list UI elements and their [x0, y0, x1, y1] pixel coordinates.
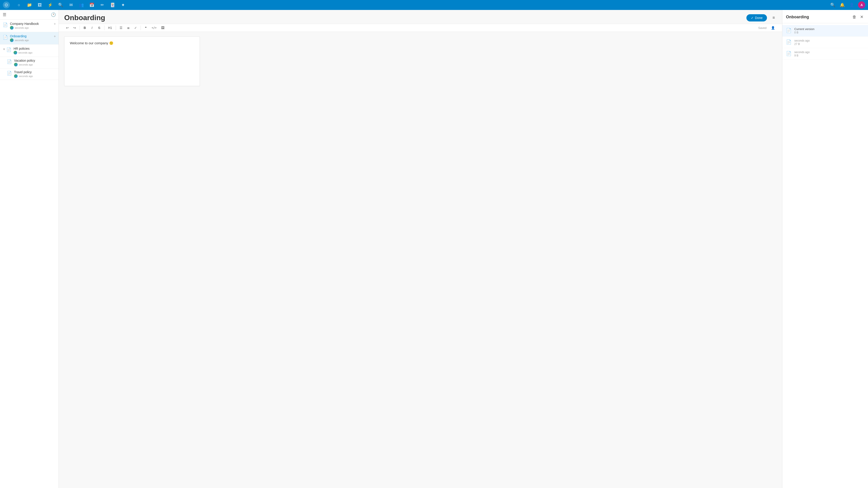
version-item-current[interactable]: 📄 Current version 0 B	[782, 25, 868, 37]
sidebar-header: ☰ 🕐	[0, 10, 59, 20]
nav-icon-photos[interactable]: 🖼	[37, 3, 43, 7]
nav-icon-notes[interactable]: ✏	[99, 2, 105, 7]
done-label: Done	[755, 16, 763, 20]
version-document-icon: 📄	[786, 39, 792, 45]
toolbar-separator	[116, 26, 116, 30]
version-document-icon: 📄	[786, 51, 792, 56]
code-button[interactable]: </>	[150, 25, 158, 31]
version-size: 27 B	[794, 42, 864, 46]
sidebar-item-avatar	[14, 74, 18, 78]
topbar-right: 🔍 🔔 👤 A	[830, 1, 865, 8]
editor-paper[interactable]: Welcome to our company 🙂	[64, 36, 200, 86]
expand-icon[interactable]: ▼	[3, 48, 5, 51]
nav-icon-collectives[interactable]: ✦	[120, 2, 126, 8]
strikethrough-button[interactable]: S	[96, 25, 102, 31]
sidebar-item-meta: seconds ago	[13, 51, 56, 55]
bold-button[interactable]: B	[82, 25, 88, 31]
main-layout: ☰ 🕐 📄 Company Handbook seconds ago + 📄 O…	[0, 10, 868, 488]
sidebar-menu-icon[interactable]: ☰	[3, 12, 6, 17]
bullet-list-button[interactable]: ☰	[118, 25, 124, 31]
sidebar-history-icon[interactable]: 🕐	[51, 12, 56, 17]
version-size: 0 B	[794, 31, 864, 34]
saved-indicator: Saved	[758, 26, 767, 30]
close-button[interactable]: ✕	[859, 13, 864, 20]
italic-button[interactable]: I	[89, 25, 95, 31]
sidebar-item-title: Travel policy	[14, 70, 56, 74]
redo-button[interactable]: ↪	[71, 25, 78, 31]
image-button[interactable]: 🖼	[159, 25, 166, 31]
sidebar-item-avatar	[14, 63, 18, 66]
editor-body[interactable]: Welcome to our company 🙂	[59, 32, 782, 488]
toolbar-separator	[104, 26, 104, 30]
nav-icon-search[interactable]: 🔍	[57, 2, 64, 7]
sidebar-item-time: seconds ago	[19, 63, 33, 66]
sidebar-item-avatar	[10, 26, 13, 30]
checklist-button[interactable]: ✓	[132, 25, 139, 31]
heading1-button[interactable]: H1	[106, 25, 114, 31]
topbar: ⊙ ○ 📁 🖼 ⚡ 🔍 ✉ 👥 📅 ✏ 🃏 ✦ 🔍 🔔 👤 A	[0, 0, 868, 10]
sidebar-item-add-button[interactable]: +	[54, 22, 56, 26]
notifications-icon[interactable]: 🔔	[839, 2, 845, 7]
sidebar-item-time: seconds ago	[19, 75, 33, 77]
version-item-2[interactable]: 📄 seconds ago 27 B	[782, 37, 868, 48]
sidebar-item-content: Company Handbook seconds ago	[10, 22, 54, 30]
right-panel-header: Onboarding 🗑 ✕	[782, 10, 868, 23]
version-item-3[interactable]: 📄 seconds ago 9 B	[782, 48, 868, 60]
editor-title[interactable]: Onboarding	[64, 13, 743, 22]
undo-button[interactable]: ↩	[64, 25, 70, 31]
editor-toolbar: ↩ ↪ B I S H1 ☰ ≣ ✓ ❝ </> 🖼 Saved 👤	[59, 24, 782, 32]
document-icon: 📄	[3, 35, 8, 40]
nextcloud-logo[interactable]: ⊙	[3, 1, 10, 8]
mention-button[interactable]: 👤	[769, 25, 777, 31]
sidebar-item-content: HR policies seconds ago	[13, 47, 56, 55]
contacts-icon[interactable]: 👤	[848, 2, 855, 7]
right-panel-title: Onboarding	[786, 15, 809, 20]
nav-icon-circle[interactable]: ○	[16, 3, 22, 7]
version-size: 9 B	[794, 54, 864, 57]
version-content: seconds ago 27 B	[794, 39, 864, 46]
done-button[interactable]: ✓ Done	[746, 14, 767, 22]
toolbar-separator	[80, 26, 80, 30]
sidebar-item-time: seconds ago	[18, 51, 32, 54]
sidebar-item-add-button[interactable]: +	[54, 34, 56, 38]
ordered-list-button[interactable]: ≣	[125, 25, 131, 31]
nav-icon-contacts[interactable]: 👥	[78, 2, 85, 7]
version-document-icon: 📄	[786, 28, 792, 33]
sidebar-item-meta: seconds ago	[14, 74, 56, 78]
nav-icon-activity[interactable]: ⚡	[47, 2, 53, 7]
version-label: Current version	[794, 27, 864, 31]
sidebar-item-content: Vacation policy seconds ago	[14, 59, 56, 66]
document-icon: 📄	[7, 59, 12, 64]
sidebar-item-title: Vacation policy	[14, 59, 56, 62]
toolbar-separator	[141, 26, 141, 30]
sidebar-item-company-handbook[interactable]: 📄 Company Handbook seconds ago +	[0, 20, 59, 32]
nav-icon-files[interactable]: 📁	[26, 2, 33, 7]
svg-text:⊙: ⊙	[4, 2, 8, 7]
version-list: 📄 Current version 0 B 📄 seconds ago 27 B…	[782, 23, 868, 61]
editor-menu-button[interactable]: ≡	[771, 14, 777, 21]
sidebar-item-meta: seconds ago	[10, 38, 54, 42]
sidebar-item-meta: seconds ago	[10, 26, 54, 30]
version-content: seconds ago 9 B	[794, 51, 864, 57]
blockquote-button[interactable]: ❝	[143, 25, 149, 31]
sidebar-item-hr-policies[interactable]: ▼ 📄 HR policies seconds ago	[0, 44, 59, 57]
sidebar-item-travel-policy[interactable]: 📄 Travel policy seconds ago	[0, 68, 59, 80]
nav-icon-calendar[interactable]: 📅	[89, 2, 95, 7]
sidebar-item-content: Onboarding seconds ago	[10, 34, 54, 42]
right-panel-actions: 🗑 ✕	[851, 13, 864, 20]
version-time: seconds ago	[794, 51, 864, 54]
delete-button[interactable]: 🗑	[851, 13, 857, 20]
nav-icon-deck[interactable]: 🃏	[110, 2, 116, 7]
editor-area: Onboarding ✓ Done ≡ ↩ ↪ B I S H1 ☰ ≣ ✓ ❝…	[59, 10, 782, 488]
search-icon[interactable]: 🔍	[830, 2, 836, 7]
sidebar-item-onboarding[interactable]: 📄 Onboarding seconds ago +	[0, 32, 59, 44]
sidebar-item-vacation-policy[interactable]: 📄 Vacation policy seconds ago	[0, 57, 59, 68]
editor-content: Welcome to our company 🙂	[70, 41, 114, 45]
editor-header: Onboarding ✓ Done ≡	[59, 10, 782, 24]
sidebar-item-avatar	[13, 51, 17, 55]
sidebar-item-time: seconds ago	[15, 26, 29, 29]
user-avatar[interactable]: A	[858, 1, 865, 8]
document-icon: 📄	[7, 71, 12, 76]
sidebar-item-title: HR policies	[13, 47, 56, 51]
nav-icon-mail[interactable]: ✉	[68, 2, 74, 7]
